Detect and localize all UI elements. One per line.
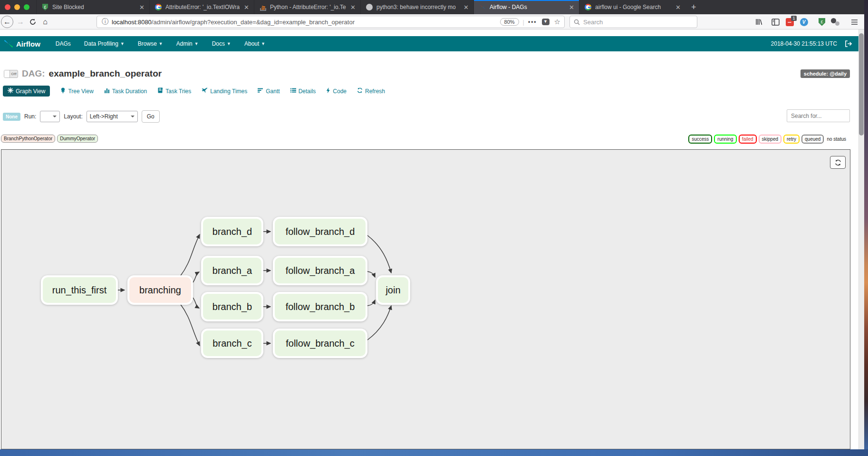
dag-node-follow_branch_c[interactable]: follow_branch_c — [274, 330, 366, 357]
navbar-item-browse[interactable]: Browse▼ — [131, 40, 170, 47]
dag-node-join[interactable]: join — [377, 276, 409, 304]
dag-edge-follow_branch_a-to-join — [367, 272, 375, 277]
view-tab-details[interactable]: Details — [290, 87, 316, 95]
graph-refresh-button[interactable] — [830, 156, 846, 169]
refresh-icon — [835, 159, 841, 166]
tab-close-icon[interactable]: ✕ — [243, 4, 250, 11]
run-label: Run: — [24, 113, 36, 120]
dag-node-branch_a[interactable]: branch_a — [202, 257, 262, 284]
tab-close-icon[interactable]: ✕ — [349, 4, 357, 11]
browser-tab-3[interactable]: Python - AttributeError: '_io.Te✕ — [254, 0, 360, 14]
dag-node-label: branch_a — [212, 265, 252, 276]
tab-close-icon[interactable]: ✕ — [675, 4, 682, 11]
browser-tab-5[interactable]: Airflow - DAGs✕ — [473, 0, 579, 14]
tab-close-icon[interactable]: ✕ — [138, 4, 145, 11]
view-tab-gantt[interactable]: Gantt — [258, 87, 280, 95]
dag-edge-follow_branch_d-to-join — [367, 235, 391, 273]
dag-node-branch_d[interactable]: branch_d — [202, 218, 262, 245]
view-tab-code[interactable]: Code — [326, 87, 347, 95]
dag-node-label: follow_branch_a — [286, 265, 356, 276]
dag-node-label: branch_c — [212, 338, 251, 349]
logout-icon[interactable] — [845, 40, 852, 47]
dag-edge-branching-to-branch_b — [192, 297, 199, 308]
navbar-item-docs[interactable]: Docs▼ — [205, 40, 238, 47]
task-search-input[interactable] — [787, 109, 850, 122]
bar-chart-icon — [104, 87, 110, 95]
browser-tab-6[interactable]: airflow ui - Google Search✕ — [579, 0, 685, 14]
browser-tab-bar: £Site Blocked✕AttributeError: '_io.TextI… — [0, 0, 864, 14]
url-bar[interactable]: ⓘ localhost:8080 /admin/airflow/graph?ex… — [96, 16, 565, 28]
navbar-item-admin[interactable]: Admin▼ — [170, 40, 205, 47]
dag-node-label: follow_branch_b — [286, 301, 355, 312]
pocket-icon[interactable]: ▼ — [542, 19, 550, 25]
tries-icon — [157, 87, 163, 95]
dag-pause-toggle[interactable]: Off — [4, 70, 18, 78]
dag-node-run_this_first[interactable]: run_this_first — [42, 276, 117, 304]
desktop-wallpaper-bottom — [0, 449, 868, 456]
page-actions-icon[interactable]: ••• — [528, 19, 537, 25]
chevron-down-icon: ▼ — [227, 41, 231, 46]
dag-graph-canvas[interactable]: run_this_firstbranchingbranch_dbranch_ab… — [1, 149, 850, 449]
zoom-window-button[interactable] — [24, 4, 29, 10]
forward-button[interactable]: → — [14, 16, 27, 28]
spheres-extension-icon[interactable] — [830, 17, 840, 27]
dag-title: example_branch_operator — [49, 68, 162, 79]
page-scrollbar[interactable] — [858, 29, 864, 449]
browser-tab-4[interactable]: python3: behave incorrectly mo✕ — [360, 0, 473, 14]
run-state-badge: None — [3, 113, 20, 121]
plane-icon — [202, 87, 208, 95]
zoom-level-badge[interactable]: 80% — [500, 18, 519, 26]
view-tab-task-tries[interactable]: Task Tries — [157, 87, 191, 95]
close-window-button[interactable] — [5, 4, 10, 10]
minimize-window-button[interactable] — [14, 4, 20, 10]
dag-title-prefix: DAG: — [22, 68, 45, 79]
view-tab-landing-times[interactable]: Landing Times — [202, 87, 247, 95]
dag-node-branch_c[interactable]: branch_c — [202, 330, 262, 357]
navbar-item-dags[interactable]: DAGs — [49, 40, 77, 47]
scrollbar-thumb[interactable] — [859, 33, 864, 136]
blue-extension-icon[interactable]: V — [799, 17, 809, 27]
back-button[interactable]: ← — [1, 16, 13, 28]
view-tab-refresh[interactable]: Refresh — [357, 87, 385, 95]
dag-edge-follow_branch_b-to-join — [367, 300, 375, 306]
view-tab-tree-view[interactable]: Tree View — [60, 87, 93, 95]
bolt-icon — [326, 87, 330, 95]
airflow-brand[interactable]: Airflow — [4, 39, 40, 48]
reload-button[interactable] — [27, 16, 39, 28]
menu-hamburger-icon[interactable] — [849, 17, 859, 27]
view-tab-task-duration[interactable]: Task Duration — [104, 87, 147, 95]
desktop-wallpaper-right — [864, 0, 868, 456]
browser-search-bar[interactable]: Search — [569, 16, 697, 28]
browser-tab-1[interactable]: £Site Blocked✕ — [36, 0, 149, 14]
tab-close-icon[interactable]: ✕ — [568, 4, 575, 11]
navbar-item-about[interactable]: About▼ — [238, 40, 272, 47]
shield-extension-icon[interactable]: £ — [817, 17, 827, 27]
view-tab-graph-view[interactable]: Graph View — [3, 86, 50, 97]
run-select[interactable] — [40, 111, 60, 122]
refresh-icon — [357, 87, 363, 95]
dag-node-label: follow_branch_c — [286, 338, 355, 349]
go-button[interactable]: Go — [142, 110, 160, 123]
site-info-icon[interactable]: ⓘ — [102, 18, 108, 26]
dag-node-branch_b[interactable]: branch_b — [202, 293, 262, 320]
dag-node-follow_branch_b[interactable]: follow_branch_b — [274, 293, 366, 320]
home-button[interactable]: ⌂ — [39, 16, 51, 28]
url-path: /admin/airflow/graph?execution_date=&dag… — [152, 19, 355, 26]
operator-legend-branchpythonoperator: BranchPythonOperator — [1, 135, 55, 143]
dag-node-follow_branch_d[interactable]: follow_branch_d — [274, 218, 366, 245]
adblock-extension-icon[interactable]: •••1 — [784, 17, 795, 27]
library-icon[interactable] — [754, 17, 764, 27]
sidebar-icon[interactable] — [770, 17, 781, 27]
graph-view-icon — [8, 87, 13, 95]
new-tab-button[interactable]: + — [685, 0, 702, 14]
navbar-item-data-profiling[interactable]: Data Profiling▼ — [77, 40, 131, 47]
dag-node-follow_branch_a[interactable]: follow_branch_a — [274, 257, 366, 284]
dag-node-branching[interactable]: branching — [128, 276, 192, 304]
url-domain: localhost:8080 — [112, 19, 152, 26]
chevron-down-icon: ▼ — [261, 41, 265, 46]
search-icon — [574, 19, 580, 25]
bookmark-star-icon[interactable]: ☆ — [554, 18, 560, 26]
layout-select[interactable]: Left->Right — [87, 111, 138, 122]
browser-tab-2[interactable]: AttributeError: '_io.TextIOWrapp✕ — [149, 0, 254, 14]
tab-close-icon[interactable]: ✕ — [463, 4, 470, 11]
